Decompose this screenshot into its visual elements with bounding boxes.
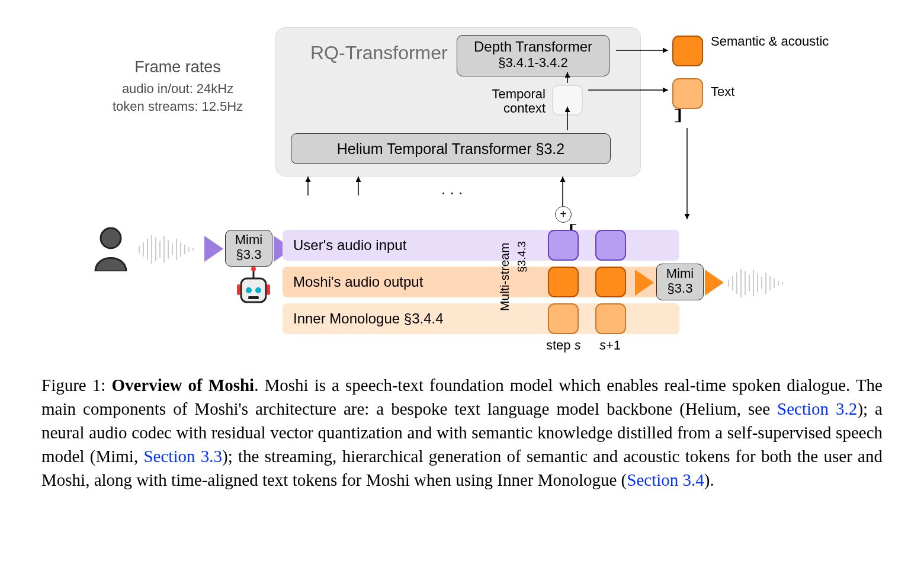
user-icon: [92, 225, 130, 274]
input-waveform-icon: [136, 233, 207, 266]
multistream-ref: §3.4.3: [515, 241, 528, 273]
frame-rates-tokens: token streams: 12.5Hz: [113, 98, 243, 116]
mimi-encoder-ref: §3.3: [226, 247, 272, 262]
mimi-decoder-name: Mimi: [657, 266, 703, 281]
multistream-label: Multi-stream: [498, 242, 512, 311]
mimi-encoder-name: Mimi: [226, 232, 272, 247]
temporal-context-token: [552, 85, 583, 116]
svg-rect-28: [248, 296, 259, 299]
output-waveform-icon: [726, 267, 797, 300]
rq-transformer-box: RQ-Transformer Depth Transformer §3.4.1-…: [275, 27, 641, 177]
sum-icon: +: [555, 206, 572, 223]
caption-link-section-3-4[interactable]: Section 3.4: [627, 470, 704, 489]
caption-title: Overview of Moshi: [111, 376, 254, 395]
output-semantic-acoustic-token: [672, 36, 703, 66]
caption-link-section-3-3[interactable]: Section 3.3: [143, 447, 222, 466]
output-semantic-acoustic-label: Semantic & acoustic: [711, 34, 829, 49]
moshi-token: [548, 267, 579, 297]
mimi-decoder-box: Mimi §3.3: [656, 264, 704, 300]
output-text-token: [672, 78, 703, 109]
svg-point-27: [255, 287, 261, 293]
user-token: [548, 230, 579, 261]
figure-caption: Figure 1: Overview of Moshi. Moshi is a …: [41, 373, 883, 492]
depth-transformer-label: Depth Transformer: [457, 39, 609, 55]
caption-fig-number: Figure 1:: [41, 376, 111, 395]
orange-triangle-icon: [635, 270, 654, 296]
caption-link-section-3-2[interactable]: Section 3.2: [777, 399, 857, 418]
svg-text:. . .: . . .: [441, 180, 463, 198]
depth-transformer-ref: §3.4.1-3.4.2: [457, 55, 609, 70]
output-text-label: Text: [711, 84, 734, 100]
text-token: [595, 303, 626, 334]
svg-point-30: [251, 267, 256, 271]
step-s1-label: s+1: [599, 338, 621, 353]
mimi-encoder-box: Mimi §3.3: [225, 230, 272, 267]
user-token: [595, 230, 626, 261]
rq-transformer-label: RQ-Transformer: [310, 42, 448, 64]
text-token: [548, 303, 579, 334]
frame-rates-audio: audio in/out: 24kHz: [113, 80, 243, 98]
svg-point-26: [246, 287, 252, 293]
temporal-context-label: Temporal context: [474, 87, 546, 116]
svg-rect-31: [237, 284, 240, 295]
depth-transformer-box: Depth Transformer §3.4.1-3.4.2: [457, 35, 609, 76]
moshi-token: [595, 267, 626, 297]
helium-transformer-box: Helium Temporal Transformer §3.2: [291, 133, 611, 164]
mimi-decoder-ref: §3.3: [657, 281, 703, 296]
architecture-diagram: Frame rates audio in/out: 24kHz token st…: [41, 18, 883, 355]
purple-triangle-icon: [204, 236, 223, 262]
brace-icon: ﹈: [665, 107, 711, 123]
caption-text-4: ).: [704, 470, 714, 489]
frame-rates-block: Frame rates audio in/out: 24kHz token st…: [113, 58, 243, 116]
orange-triangle-icon: [705, 270, 724, 296]
frame-rates-title: Frame rates: [113, 58, 243, 76]
robot-icon: [235, 267, 272, 310]
svg-rect-32: [267, 284, 270, 295]
step-s-label: step s: [546, 338, 581, 353]
